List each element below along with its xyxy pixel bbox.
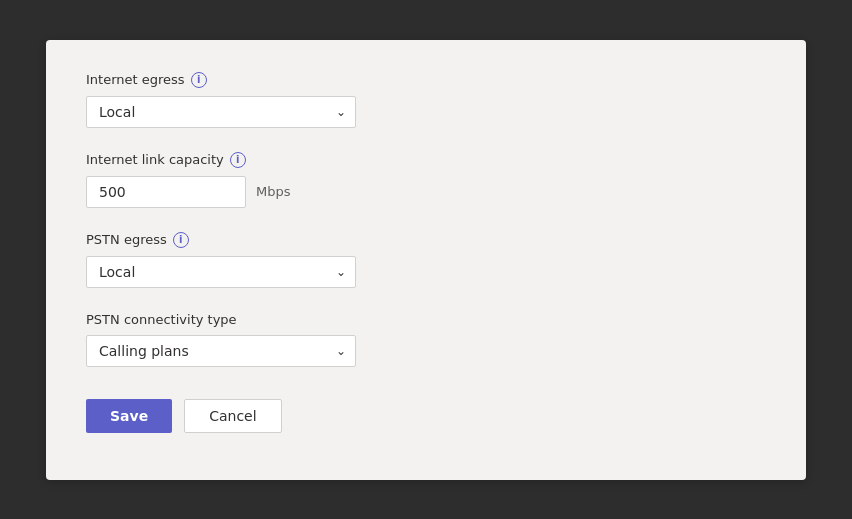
pstn-egress-group: PSTN egress i Local Remote ⌄ <box>86 232 766 288</box>
internet-link-capacity-unit: Mbps <box>256 184 291 199</box>
pstn-egress-select[interactable]: Local Remote <box>86 256 356 288</box>
pstn-egress-select-wrapper: Local Remote ⌄ <box>86 256 356 288</box>
internet-link-capacity-label-text: Internet link capacity <box>86 152 224 167</box>
internet-egress-select-wrapper: Local Remote PSTN ⌄ <box>86 96 356 128</box>
internet-egress-label-text: Internet egress <box>86 72 185 87</box>
pstn-connectivity-select[interactable]: Calling plans Direct routing Operator co… <box>86 335 356 367</box>
pstn-connectivity-select-wrapper: Calling plans Direct routing Operator co… <box>86 335 356 367</box>
internet-link-capacity-group: Internet link capacity i Mbps <box>86 152 766 208</box>
internet-egress-label: Internet egress i <box>86 72 766 88</box>
pstn-egress-info-icon[interactable]: i <box>173 232 189 248</box>
internet-egress-select[interactable]: Local Remote PSTN <box>86 96 356 128</box>
button-row: Save Cancel <box>86 399 766 433</box>
pstn-connectivity-label-text: PSTN connectivity type <box>86 312 237 327</box>
pstn-connectivity-label: PSTN connectivity type <box>86 312 766 327</box>
pstn-connectivity-group: PSTN connectivity type Calling plans Dir… <box>86 312 766 367</box>
pstn-egress-label: PSTN egress i <box>86 232 766 248</box>
save-button[interactable]: Save <box>86 399 172 433</box>
pstn-egress-label-text: PSTN egress <box>86 232 167 247</box>
settings-card: Internet egress i Local Remote PSTN ⌄ In… <box>46 40 806 480</box>
internet-link-capacity-label: Internet link capacity i <box>86 152 766 168</box>
internet-link-capacity-row: Mbps <box>86 176 766 208</box>
internet-link-capacity-input[interactable] <box>86 176 246 208</box>
internet-egress-info-icon[interactable]: i <box>191 72 207 88</box>
internet-egress-group: Internet egress i Local Remote PSTN ⌄ <box>86 72 766 128</box>
internet-link-capacity-info-icon[interactable]: i <box>230 152 246 168</box>
cancel-button[interactable]: Cancel <box>184 399 281 433</box>
